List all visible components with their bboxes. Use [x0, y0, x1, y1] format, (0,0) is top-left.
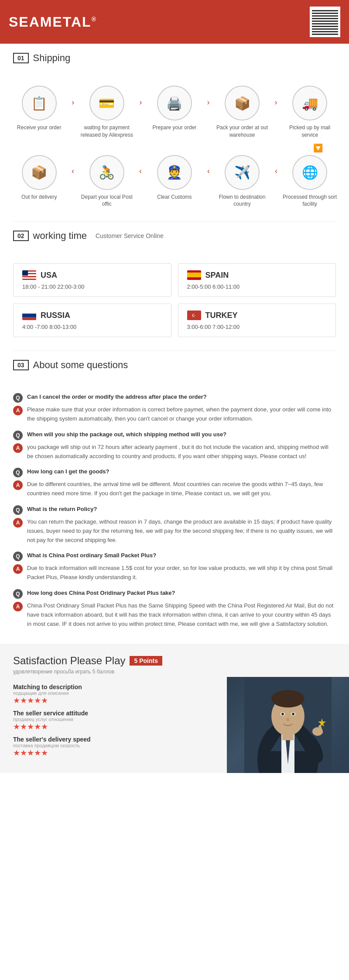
working-time-num: 02 — [13, 231, 29, 241]
country-grid: USA 18:00 - 21:00 22:00-3:00 SPAIN 2:00-… — [13, 263, 336, 337]
svg-point-13 — [287, 718, 289, 721]
qr-code — [310, 7, 340, 37]
faq-a-3: A You can return the package, without re… — [13, 518, 336, 545]
working-time-label: working time — [33, 230, 87, 242]
svg-point-11 — [281, 713, 284, 715]
step-label-depart: Depart your local Post offic — [79, 193, 135, 208]
faq-a-text-0: Please make sure that your order informa… — [27, 405, 336, 424]
step-icon-customs: 👮 — [157, 155, 192, 190]
satisfaction-content: Satisfaction Please Play 5 Points удовле… — [13, 655, 207, 762]
step-label-prepare: Prepare your order — [153, 124, 197, 131]
step-label-receive: Receive your order — [17, 124, 61, 131]
sat-item-title-0: Matching to description — [13, 683, 207, 690]
arrow-down-connector: 🔽 — [9, 143, 340, 153]
sat-item-sub-2: поставка продавцом скорость — [13, 743, 207, 748]
svg-point-7 — [271, 690, 305, 707]
arrow-6: › — [139, 167, 142, 176]
faq-title: 03 About some questions — [13, 359, 336, 371]
faq-item-1: Q When will you ship the package out, wh… — [13, 430, 336, 461]
country-turkey-name-row: ☪ TURKEY — [187, 311, 327, 320]
sat-subtitle: удовлетворение просьба играть 5 баллов — [13, 669, 207, 675]
sat-stars-2: ★★★★★ — [13, 748, 207, 758]
faq-q-3: Q What is the return Policy? — [13, 505, 336, 515]
person-image — [227, 677, 349, 773]
step-depart: 🚴 Depart your local Post offic — [79, 155, 135, 208]
flag-spain — [187, 270, 201, 280]
faq-a-2: A Due to different countries, the arriva… — [13, 480, 336, 498]
a-badge-1: A — [13, 443, 23, 453]
step-pack: 📦 Pack your order at out warehouse — [214, 86, 270, 139]
step-icon-depart: 🚴 — [89, 155, 124, 190]
header: SEAMETAL® — [0, 0, 349, 44]
shipping-label: Shipping — [33, 52, 71, 64]
faq-q-text-5: How long does China Post Oridinary Packe… — [27, 589, 175, 597]
shipping-num: 01 — [13, 53, 29, 63]
step-fly: ✈️ Flown to destination country — [214, 155, 270, 208]
q-badge-0: Q — [13, 393, 23, 403]
faq-q-text-4: What is China Post ordinary Small Packet… — [27, 551, 156, 560]
country-spain-name: SPAIN — [205, 271, 229, 280]
faq-a-text-2: Due to different countries, the arrival … — [27, 480, 336, 498]
step-label-payment: waiting for payment released by Aliexpre… — [79, 124, 135, 139]
faq-item-4: Q What is China Post ordinary Small Pack… — [13, 551, 336, 582]
arrow-1: › — [72, 98, 74, 107]
sat-item-sub-0: подщащие для описания — [13, 690, 207, 696]
faq-q-2: Q How long can I get the goods? — [13, 467, 336, 477]
sat-item-title-1: The seller service attitude — [13, 710, 207, 717]
arrow-2: › — [139, 98, 142, 107]
q-badge-3: Q — [13, 505, 23, 515]
sat-title-text: Satisfaction Please Play — [13, 655, 125, 667]
step-icon-sort: 🌐 — [292, 155, 327, 190]
q-badge-5: Q — [13, 589, 23, 599]
q-badge-4: Q — [13, 552, 23, 561]
flag-russia — [22, 311, 36, 320]
sat-badge: 5 Points — [130, 656, 162, 666]
step-payment: 💳 waiting for payment released by Aliexp… — [79, 86, 135, 139]
q-badge-2: Q — [13, 468, 23, 477]
faq-a-0: A Please make sure that your order infor… — [13, 405, 336, 424]
faq-q-text-3: What is the return Policy? — [27, 505, 97, 514]
shipping-steps: 📋 Receive your order › 💳 waiting for pay… — [0, 81, 349, 221]
step-label-fly: Flown to destination country — [214, 193, 270, 208]
a-badge-2: A — [13, 480, 23, 490]
a-badge-4: A — [13, 564, 23, 574]
working-time-section: 02 working time Customer Service Online — [0, 221, 349, 259]
country-usa: USA 18:00 - 21:00 22:00-3:00 — [13, 263, 171, 297]
country-usa-hours: 18:00 - 21:00 22:00-3:00 — [22, 283, 162, 290]
a-badge-3: A — [13, 518, 23, 528]
faq-item-0: Q Can I cancel the order or modify the a… — [13, 393, 336, 424]
step-icon-payment: 💳 — [89, 86, 124, 121]
step-label-delivery: Out for delivery — [21, 193, 57, 201]
faq-q-text-2: How long can I get the goods? — [27, 467, 109, 476]
sat-item-title-2: The seller's delivery speed — [13, 736, 207, 743]
faq-a-text-5: China Post Oridinary Small Packet Plus h… — [27, 601, 336, 628]
svg-point-12 — [292, 713, 294, 715]
a-badge-0: A — [13, 406, 23, 415]
sat-stars-0: ★★★★★ — [13, 696, 207, 705]
working-time-title: 02 working time Customer Service Online — [13, 230, 336, 242]
step-icon-receive: 📋 — [22, 86, 57, 121]
step-pickup: 🚚 Picked up by mail service — [281, 86, 338, 139]
faq-q-1: Q When will you ship the package out, wh… — [13, 430, 336, 440]
step-out-delivery: 📦 Out for delivery — [11, 155, 68, 201]
country-spain-name-row: SPAIN — [187, 270, 327, 280]
step-label-pickup: Picked up by mail service — [281, 124, 338, 139]
country-spain: SPAIN 2:00-5:00 6:00-11:00 — [178, 263, 336, 297]
step-label-sort: Processed through sort facility — [281, 193, 338, 208]
sat-stars-1: ★★★★★ — [13, 722, 207, 732]
shipping-row-1: 📋 Receive your order › 💳 waiting for pay… — [9, 86, 340, 139]
country-russia-name: RUSSIA — [41, 311, 70, 320]
step-icon-pickup: 🚚 — [292, 86, 327, 121]
faq-q-text-0: Can I cancel the order or modify the add… — [27, 393, 207, 401]
brand-text: SEAMETAL® — [9, 14, 97, 30]
country-turkey: ☪ TURKEY 3:00-6:00 7:00-12:00 — [178, 304, 336, 337]
flag-turkey: ☪ — [187, 311, 201, 320]
svg-rect-8 — [282, 732, 294, 740]
step-prepare: 🖨️ Prepare your order — [146, 86, 203, 131]
arrow-4: › — [275, 98, 277, 107]
flag-usa — [22, 270, 36, 280]
sat-item-2: The seller's delivery speed поставка про… — [13, 736, 207, 758]
faq-list: Q Can I cancel the order or modify the a… — [0, 388, 349, 644]
step-icon-prepare: 🖨️ — [157, 86, 192, 121]
faq-section: 03 About some questions — [0, 351, 349, 388]
